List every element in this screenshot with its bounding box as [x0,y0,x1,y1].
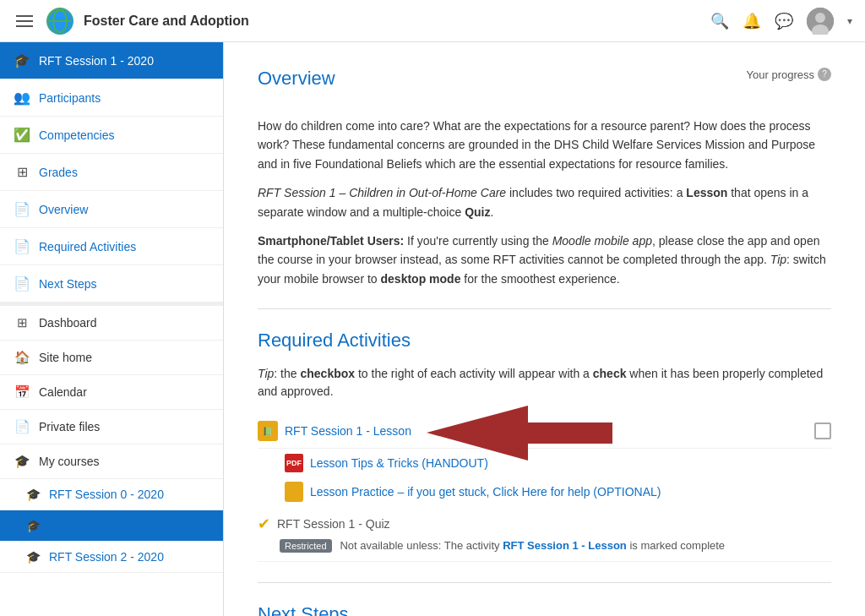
graduation-icon: 🎓 [14,52,30,68]
participants-label: Participants [39,91,101,105]
course-menu: 👥 Participants ✅ Competencies ⊞ Grades 📄… [0,79,223,303]
lesson-activity-container: 📗 RFT Session 1 - Lesson [258,414,831,449]
lesson-icon: 📗 [258,421,278,441]
sidebar-item-site-home[interactable]: 🏠 Site home [0,341,223,375]
top-navigation: Foster Care and Adoption 🔍 🔔 💬 ▾ [0,0,865,42]
my-courses-label: My courses [39,455,100,468]
overview-section: Overview Your progress ? How do children… [258,68,831,288]
lesson-tips-row: PDF Lesson Tips & Tricks (HANDOUT) [258,449,831,477]
section-divider [258,308,831,309]
overview-para1: How do children come into care? What are… [258,117,831,173]
your-progress[interactable]: Your progress ? [747,68,831,81]
required-activities-heading: Required Activities [258,330,831,352]
competencies-label: Competencies [39,128,115,142]
lesson2-icon [285,482,303,501]
tip-text: Tip: the checkbox to the right of each a… [258,365,831,401]
topnav-icons: 🔍 🔔 💬 ▾ [710,8,852,35]
grades-label: Grades [39,166,78,179]
lesson-practice-link[interactable]: Lesson Practice – if you get stuck, Clic… [310,485,661,499]
overview-para3: Smartphone/Tablet Users: If you're curre… [258,232,831,288]
site-logo [46,8,73,35]
my-courses-icon: 🎓 [14,454,30,469]
overview-label: Overview [39,203,88,216]
search-icon[interactable]: 🔍 [710,12,729,30]
lesson-checkbox[interactable] [814,422,831,439]
lesson-practice-row: Lesson Practice – if you get stuck, Clic… [258,477,831,506]
active-course-label: RFT Session 1 - 2020 [39,54,154,68]
progress-label: Your progress [747,68,814,81]
lesson-activity-row: 📗 RFT Session 1 - Lesson [258,414,831,449]
svg-text:📗: 📗 [263,426,274,437]
sidebar-item-required-activities[interactable]: 📄 Required Activities [0,228,223,265]
next-steps-label: Next Steps [39,277,96,291]
quiz-top: ✔ RFT Session 1 - Quiz [258,515,390,533]
sidebar-item-my-courses[interactable]: 🎓 My courses [0,444,223,479]
sidebar-item-overview[interactable]: 📄 Overview [0,191,223,228]
rft1-icon: 🎓 [25,519,41,532]
pdf-icon: PDF [285,454,303,472]
message-icon[interactable]: 💬 [775,12,793,30]
calendar-icon: 📅 [14,384,30,400]
sidebar-item-rft0[interactable]: 🎓 RFT Session 0 - 2020 [0,479,223,510]
required-activities-label: Required Activities [39,240,136,253]
next-steps-section: Next Steps [258,603,831,616]
sidebar-active-course[interactable]: 🎓 RFT Session 1 - 2020 [0,42,223,79]
participants-icon: 👥 [14,90,30,106]
sidebar-item-dashboard[interactable]: ⊞ Dashboard [0,306,223,341]
quiz-check-icon: ✔ [258,515,270,533]
sidebar: 🎓 RFT Session 1 - 2020 👥 Participants ✅ … [0,42,224,616]
sidebar-item-next-steps[interactable]: 📄 Next Steps [0,265,223,303]
nav-section: ⊞ Dashboard 🏠 Site home 📅 Calendar 📄 Pri… [0,303,223,573]
user-dropdown-arrow[interactable]: ▾ [847,15,852,27]
notification-icon[interactable]: 🔔 [743,12,761,30]
site-home-label: Site home [39,351,92,364]
svg-rect-9 [288,486,300,498]
required-activities-section: Required Activities Tip: the checkbox to… [258,330,831,562]
home-icon: 🏠 [14,350,30,365]
main-content: Overview Your progress ? How do children… [224,42,865,616]
dashboard-icon: ⊞ [14,315,30,330]
section-divider-2 [258,582,831,583]
grades-icon: ⊞ [14,164,30,180]
required-activities-icon: 📄 [14,238,30,254]
rft2-icon: 🎓 [25,550,41,564]
quiz-row: ✔ RFT Session 1 - Quiz Restricted Not av… [258,506,831,562]
restricted-text: Not available unless: The activity RFT S… [340,539,725,552]
rft2-label: RFT Session 2 - 2020 [49,550,164,564]
sidebar-item-participants[interactable]: 👥 Participants [0,79,223,117]
sidebar-item-private-files[interactable]: 📄 Private files [0,410,223,444]
overview-heading: Overview [258,68,747,90]
sidebar-item-calendar[interactable]: 📅 Calendar [0,375,223,410]
lesson-link[interactable]: RFT Session 1 - Lesson [285,424,411,438]
hamburger-menu[interactable] [13,12,36,30]
restricted-badge: Restricted [280,539,332,553]
site-title: Foster Care and Adoption [84,14,700,29]
rft1-label: RFT Session 1 - 2020 [49,519,164,532]
private-files-icon: 📄 [14,419,30,434]
quiz-label: RFT Session 1 - Quiz [277,517,390,531]
competencies-icon: ✅ [14,127,30,143]
lesson-tips-link[interactable]: Lesson Tips & Tricks (HANDOUT) [310,456,488,470]
rft0-label: RFT Session 0 - 2020 [49,488,164,501]
sidebar-item-rft2[interactable]: 🎓 RFT Session 2 - 2020 [0,542,223,573]
quiz-restricted: Restricted Not available unless: The act… [280,538,725,553]
rft0-icon: 🎓 [25,488,41,501]
sidebar-item-rft1[interactable]: 🎓 RFT Session 1 - 2020 [0,510,223,542]
overview-icon: 📄 [14,201,30,217]
sidebar-item-grades[interactable]: ⊞ Grades [0,154,223,191]
next-steps-icon: 📄 [14,275,30,292]
svg-point-4 [815,13,825,23]
dashboard-label: Dashboard [39,316,97,330]
progress-help-icon[interactable]: ? [818,68,831,81]
private-files-label: Private files [39,420,100,433]
sidebar-item-competencies[interactable]: ✅ Competencies [0,117,223,154]
calendar-label: Calendar [39,385,87,399]
next-steps-heading: Next Steps [258,603,831,616]
overview-para2: RFT Session 1 – Children in Out-of-Home … [258,183,831,221]
user-avatar[interactable] [807,8,834,35]
